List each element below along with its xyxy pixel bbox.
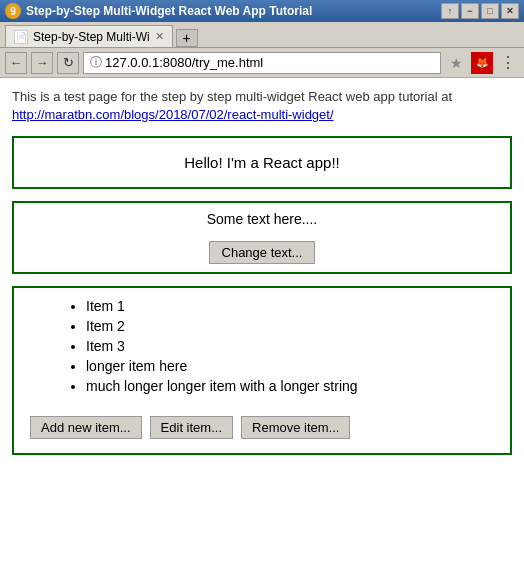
- some-text: Some text here....: [22, 211, 502, 227]
- list-item: Item 1: [86, 298, 498, 314]
- maximize-button[interactable]: □: [481, 3, 499, 19]
- list-item: much longer longer item with a longer st…: [86, 378, 498, 394]
- reload-button[interactable]: ↻: [57, 52, 79, 74]
- browser-window: 9 Step-by-Step Multi-Widget React Web Ap…: [0, 0, 524, 561]
- hello-text: Hello! I'm a React app!!: [184, 154, 339, 171]
- back-button[interactable]: ←: [5, 52, 27, 74]
- tab-bar: 📄 Step-by-Step Multi-Wi ✕ +: [0, 22, 524, 48]
- edit-item-button[interactable]: Edit item...: [150, 416, 233, 439]
- url-text: 127.0.0.1:8080/try_me.html: [105, 55, 263, 70]
- tutorial-link[interactable]: http://maratbn.com/blogs/2018/07/02/reac…: [12, 107, 334, 122]
- list-item: Item 2: [86, 318, 498, 334]
- window-controls: ↑ − □ ✕: [441, 3, 519, 19]
- minimize-button[interactable]: −: [461, 3, 479, 19]
- forward-button[interactable]: →: [31, 52, 53, 74]
- tab-favicon: 📄: [14, 30, 28, 44]
- list-buttons: Add new item... Edit item... Remove item…: [26, 410, 498, 443]
- url-bar[interactable]: ⓘ 127.0.0.1:8080/try_me.html: [83, 52, 441, 74]
- page-body: This is a test page for the step by step…: [0, 78, 524, 477]
- list-item: longer item here: [86, 358, 498, 374]
- bookmark-button[interactable]: ★: [445, 52, 467, 74]
- secure-icon: ⓘ: [90, 54, 102, 71]
- list-item: Item 3: [86, 338, 498, 354]
- hello-widget: Hello! I'm a React app!!: [12, 136, 512, 189]
- intro-text: This is a test page for the step by step…: [12, 88, 512, 124]
- list-widget: Item 1 Item 2 Item 3 longer item here mu…: [12, 286, 512, 455]
- text-widget: Some text here.... Change text...: [12, 201, 512, 274]
- item-list: Item 1 Item 2 Item 3 longer item here mu…: [86, 298, 498, 394]
- window-title: Step-by-Step Multi-Widget React Web App …: [26, 4, 441, 18]
- tab-close-button[interactable]: ✕: [155, 30, 164, 43]
- active-tab[interactable]: 📄 Step-by-Step Multi-Wi ✕: [5, 25, 173, 47]
- pin-button[interactable]: ↑: [441, 3, 459, 19]
- add-item-button[interactable]: Add new item...: [30, 416, 142, 439]
- close-button[interactable]: ✕: [501, 3, 519, 19]
- title-bar: 9 Step-by-Step Multi-Widget React Web Ap…: [0, 0, 524, 22]
- tab-label: Step-by-Step Multi-Wi: [33, 30, 150, 44]
- browser-icon: 9: [5, 3, 21, 19]
- page-content: This is a test page for the step by step…: [0, 78, 524, 561]
- remove-item-button[interactable]: Remove item...: [241, 416, 350, 439]
- change-text-button[interactable]: Change text...: [209, 241, 316, 264]
- new-tab-button[interactable]: +: [176, 29, 198, 47]
- menu-button[interactable]: ⋮: [497, 52, 519, 74]
- extension-icon[interactable]: 🦊: [471, 52, 493, 74]
- address-bar: ← → ↻ ⓘ 127.0.0.1:8080/try_me.html ★ 🦊 ⋮: [0, 48, 524, 78]
